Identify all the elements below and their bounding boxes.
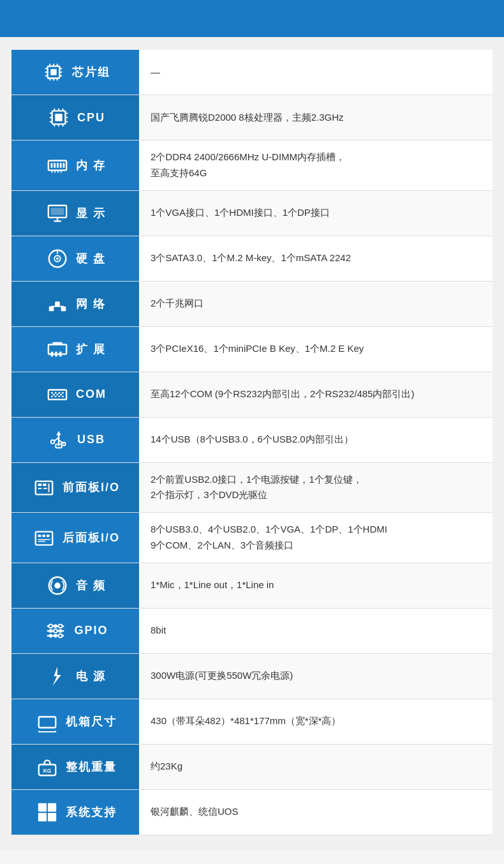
value-cell-dimensions: 430（带耳朵482）*481*177mm（宽*深*高）: [139, 699, 493, 744]
label-cell-audio: 音 频: [11, 563, 139, 608]
value-cell-network: 2个千兆网口: [139, 281, 493, 326]
label-cell-usb: USB: [11, 417, 139, 462]
label-text-power: 电 源: [76, 669, 106, 684]
svg-point-61: [62, 391, 64, 393]
memory-icon: [44, 152, 71, 179]
svg-point-64: [58, 395, 60, 397]
os-icon: [34, 799, 61, 826]
svg-point-101: [59, 633, 63, 637]
label-text-com: COM: [76, 388, 107, 401]
rear-io-icon: [31, 524, 57, 551]
value-cell-expansion: 3个PCIeX16、1个miniPCIe B Key、1个M.2 E Key: [139, 326, 493, 372]
value-cell-usb: 14个USB（8个USB3.0，6个USB2.0内部引出）: [139, 417, 493, 462]
label-cell-rear-io: 后面板I/O: [11, 513, 139, 563]
svg-rect-53: [53, 342, 63, 344]
gpio-icon: [42, 618, 69, 644]
label-text-rear-io: 后面板I/O: [63, 530, 120, 545]
svg-point-98: [59, 629, 63, 633]
label-text-usb: USB: [77, 433, 105, 446]
label-text-network: 网 络: [76, 296, 106, 312]
chipset-icon: [40, 59, 67, 86]
svg-point-68: [60, 393, 62, 395]
label-cell-display: 显 示: [11, 190, 139, 236]
value-cell-audio: 1*Mic，1*Line out，1*Line in: [139, 563, 493, 608]
com-icon: [44, 381, 71, 408]
table-row: 扩 展3个PCIeX16、1个miniPCIe B Key、1个M.2 E Ke…: [11, 326, 493, 372]
cpu-icon: [45, 104, 72, 131]
svg-point-58: [51, 391, 53, 393]
svg-point-60: [58, 391, 60, 393]
label-text-memory: 内 存: [76, 158, 106, 173]
svg-point-63: [55, 395, 57, 397]
svg-marker-102: [53, 666, 61, 685]
svg-rect-111: [38, 812, 47, 821]
label-cell-weight: KG 整机重量: [11, 744, 139, 789]
header: [0, 0, 504, 37]
table-row: 后面板I/O8个USB3.0、4个USB2.0、1个VGA、1个DP、1个HDM…: [11, 513, 493, 563]
table-row: 内 存2个DDR4 2400/2666MHz U-DIMM内存插槽，至高支持64…: [11, 140, 493, 191]
value-cell-weight: 约23Kg: [139, 744, 493, 789]
svg-rect-77: [38, 484, 42, 487]
value-cell-display: 1个VGA接口、1个HDMI接口、1个DP接口: [139, 190, 493, 236]
svg-rect-15: [55, 114, 62, 121]
svg-point-44: [57, 257, 59, 260]
value-cell-front-io: 2个前置USB2.0接口，1个电源按键，1个复位键，2个指示灯，3个DVD光驱位: [139, 462, 493, 513]
svg-point-93: [49, 624, 53, 628]
svg-point-97: [54, 629, 58, 633]
value-cell-cpu: 国产飞腾腾锐D2000 8核处理器，主频2.3GHz: [139, 95, 493, 140]
svg-point-89: [55, 582, 61, 588]
svg-point-95: [59, 624, 63, 628]
svg-point-65: [62, 395, 64, 397]
label-text-chipset: 芯片组: [72, 64, 110, 80]
svg-rect-32: [60, 163, 62, 168]
svg-rect-112: [48, 812, 56, 821]
audio-icon: [44, 572, 71, 599]
label-cell-cpu: CPU: [11, 95, 139, 140]
svg-point-100: [54, 633, 58, 637]
label-text-front-io: 前面板I/O: [63, 480, 120, 495]
table-row: GPIO8bit: [11, 608, 493, 653]
table-row: 系统支持银河麒麟、统信UOS: [11, 789, 493, 835]
svg-rect-48: [61, 306, 66, 311]
table-row: 芯片组—: [11, 50, 493, 95]
value-cell-gpio: 8bit: [139, 608, 493, 653]
label-text-display: 显 示: [76, 206, 106, 221]
label-cell-power: 电 源: [11, 653, 139, 699]
svg-rect-1: [50, 69, 56, 75]
label-cell-storage: 硬 盘: [11, 236, 139, 281]
svg-rect-31: [57, 163, 59, 168]
svg-rect-103: [39, 716, 56, 727]
svg-rect-78: [43, 484, 47, 487]
specs-table-container: 芯片组— CPU国产飞腾腾锐D2000 8核处理器，主频2.3GHz: [0, 37, 504, 851]
label-text-storage: 硬 盘: [76, 251, 106, 266]
label-text-expansion: 扩 展: [76, 342, 106, 357]
usb-icon: [45, 427, 72, 453]
table-row: 机箱尺寸430（带耳朵482）*481*177mm（宽*深*高）: [11, 699, 493, 744]
svg-rect-30: [54, 163, 56, 168]
label-text-cpu: CPU: [77, 111, 105, 125]
svg-rect-83: [38, 534, 41, 537]
storage-icon: [44, 245, 71, 272]
label-cell-dimensions: 机箱尺寸: [11, 699, 139, 744]
svg-point-99: [49, 633, 53, 637]
value-cell-power: 300W电源(可更换550W冗余电源): [139, 653, 493, 699]
network-icon: [44, 291, 71, 317]
label-cell-front-io: 前面板I/O: [11, 462, 139, 513]
expansion-icon: [44, 336, 71, 363]
value-cell-memory: 2个DDR4 2400/2666MHz U-DIMM内存插槽，至高支持64G: [139, 140, 493, 191]
dimensions-icon: [34, 708, 61, 735]
label-text-audio: 音 频: [76, 578, 106, 593]
table-row: CPU国产飞腾腾锐D2000 8核处理器，主频2.3GHz: [11, 95, 493, 140]
table-row: 显 示1个VGA接口、1个HDMI接口、1个DP接口: [11, 190, 493, 236]
label-text-gpio: GPIO: [74, 624, 108, 637]
value-cell-com: 至高12个COM (9个RS232内部引出，2个RS232/485内部引出): [139, 372, 493, 417]
svg-rect-33: [63, 163, 65, 168]
value-cell-chipset: —: [139, 50, 493, 95]
svg-rect-75: [56, 444, 61, 448]
table-row: USB14个USB（8个USB3.0，6个USB2.0内部引出）: [11, 417, 493, 462]
label-cell-chipset: 芯片组: [11, 50, 139, 95]
table-row: 硬 盘3个SATA3.0、1个M.2 M-key、1个mSATA 2242: [11, 236, 493, 281]
svg-point-66: [53, 393, 55, 395]
label-cell-network: 网 络: [11, 281, 139, 326]
svg-point-72: [51, 440, 55, 444]
